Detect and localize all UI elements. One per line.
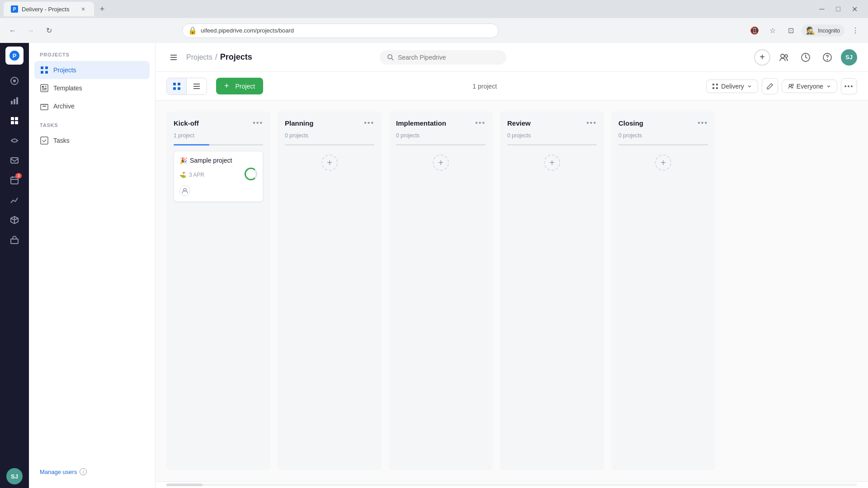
column-planning: Planning ••• 0 projects +: [278, 112, 382, 470]
filter-grid-icon: [712, 83, 718, 89]
everyone-chevron-icon: [826, 84, 831, 89]
close-window-button[interactable]: ✕: [850, 5, 859, 14]
contacts-icon[interactable]: [776, 49, 792, 66]
svg-rect-7: [11, 117, 14, 120]
delivery-filter-button[interactable]: Delivery: [706, 80, 758, 93]
icon-sidebar: P 3: [0, 43, 29, 488]
new-tab-button[interactable]: +: [96, 3, 108, 15]
sidebar-icon-campaigns[interactable]: [5, 131, 24, 150]
nav-item-tasks[interactable]: Tasks: [34, 131, 150, 150]
board-area: Kick-off ••• 1 project 🎉 Sample project …: [156, 101, 868, 481]
column-closing-more[interactable]: •••: [698, 119, 708, 127]
card-user-icon: [179, 185, 190, 196]
column-review-more[interactable]: •••: [586, 119, 597, 127]
global-add-button[interactable]: +: [754, 49, 770, 66]
column-implementation-more[interactable]: •••: [475, 119, 486, 127]
card-user-row: [179, 185, 257, 196]
sidebar-icon-calendar[interactable]: 3: [5, 171, 24, 189]
svg-rect-14: [41, 66, 43, 69]
everyone-filter-button[interactable]: Everyone: [782, 80, 837, 93]
people-filter-icon: [788, 83, 794, 89]
svg-point-24: [781, 54, 784, 58]
nav-item-projects[interactable]: Projects: [34, 61, 150, 79]
user-avatar[interactable]: SJ: [841, 49, 857, 66]
svg-rect-35: [712, 87, 714, 89]
closing-add-card-button[interactable]: +: [655, 155, 671, 171]
review-add-card-button[interactable]: +: [544, 155, 560, 171]
column-kickoff-more[interactable]: •••: [253, 119, 263, 127]
manage-users-info-icon: i: [80, 468, 87, 475]
scroll-track[interactable]: [166, 483, 857, 486]
nav-item-archive[interactable]: Archive: [34, 97, 150, 115]
breadcrumb-parent[interactable]: Projects: [186, 53, 212, 61]
card-progress-spinner: [245, 168, 257, 182]
reload-button[interactable]: ↻: [42, 23, 56, 38]
implementation-add-card-button[interactable]: +: [433, 155, 449, 171]
svg-point-28: [827, 59, 828, 60]
minimize-button[interactable]: ─: [817, 5, 826, 14]
column-kickoff-progress: [174, 144, 263, 145]
sidebar-icon-deals[interactable]: [5, 92, 24, 110]
svg-rect-32: [178, 87, 180, 90]
incognito-icon: 🕵: [806, 26, 815, 35]
board-scroll-container: [156, 481, 868, 488]
search-input[interactable]: [398, 54, 488, 61]
help-icon[interactable]: [819, 49, 835, 66]
bookmark-icon[interactable]: ☆: [765, 23, 780, 38]
close-tab-button[interactable]: ×: [80, 5, 87, 13]
search-icon: [387, 54, 394, 61]
svg-rect-22: [41, 137, 48, 144]
sidebar-icon-mail[interactable]: [5, 151, 24, 169]
active-tab[interactable]: P Delivery - Projects ×: [4, 2, 94, 16]
sidebar-toggle-icon[interactable]: ⊡: [783, 23, 798, 38]
column-review: Review ••• 0 projects +: [500, 112, 604, 470]
hamburger-menu-button[interactable]: [166, 50, 181, 65]
sidebar-icon-products[interactable]: [5, 211, 24, 229]
svg-rect-10: [15, 121, 18, 124]
edit-button[interactable]: [762, 78, 778, 94]
tab-title: Delivery - Projects: [22, 6, 69, 13]
svg-rect-19: [42, 86, 44, 88]
sidebar-icon-activities[interactable]: [5, 72, 24, 90]
sidebar-user-avatar[interactable]: SJ: [6, 468, 23, 484]
svg-point-3: [13, 80, 16, 82]
address-bar[interactable]: 🔒 uifeed.pipedrive.com/projects/board: [182, 23, 499, 38]
svg-rect-8: [15, 117, 18, 120]
add-project-button[interactable]: +Project: [216, 78, 263, 94]
svg-rect-5: [14, 99, 15, 104]
project-count: 1 project: [472, 83, 497, 90]
insights-icon[interactable]: [797, 49, 814, 66]
card-title-text: Sample project: [190, 157, 232, 164]
card-flag-icon: ⛳: [179, 172, 186, 178]
maximize-button[interactable]: □: [834, 5, 843, 14]
nav-item-templates-label: Templates: [53, 84, 82, 92]
scroll-thumb[interactable]: [166, 483, 203, 486]
svg-rect-13: [11, 239, 18, 244]
card-meta: ⛳ 3 APR: [179, 168, 257, 182]
project-card-sample[interactable]: 🎉 Sample project ⛳ 3 APR: [174, 151, 263, 202]
board-view-button[interactable]: [167, 78, 187, 94]
sidebar-icon-projects[interactable]: [5, 112, 24, 130]
svg-rect-16: [41, 71, 43, 74]
left-nav: PROJECTS Projects Templates Archive TASK…: [29, 43, 156, 488]
sidebar-icon-reports[interactable]: [5, 191, 24, 209]
favicon: P: [11, 5, 18, 13]
back-button[interactable]: ←: [5, 23, 20, 38]
browser-menu-button[interactable]: ⋮: [848, 23, 863, 38]
forward-button[interactable]: →: [24, 23, 38, 38]
manage-users-link[interactable]: Manage users i: [34, 465, 150, 479]
column-planning-count: 0 projects: [285, 132, 374, 139]
app-logo[interactable]: P: [5, 47, 24, 65]
search-bar[interactable]: [380, 50, 506, 65]
planning-add-card-button[interactable]: +: [321, 155, 338, 171]
cast-icon[interactable]: 📵: [747, 23, 762, 38]
projects-nav-icon: [40, 66, 49, 75]
sidebar-icon-marketplace[interactable]: [5, 231, 24, 249]
nav-item-templates[interactable]: Templates: [34, 79, 150, 97]
more-options-button[interactable]: •••: [841, 78, 857, 94]
list-view-button[interactable]: [187, 78, 207, 94]
calendar-badge: 3: [15, 173, 22, 178]
svg-rect-34: [716, 84, 718, 85]
tasks-nav-icon: [40, 136, 49, 145]
column-planning-more[interactable]: •••: [364, 119, 374, 127]
